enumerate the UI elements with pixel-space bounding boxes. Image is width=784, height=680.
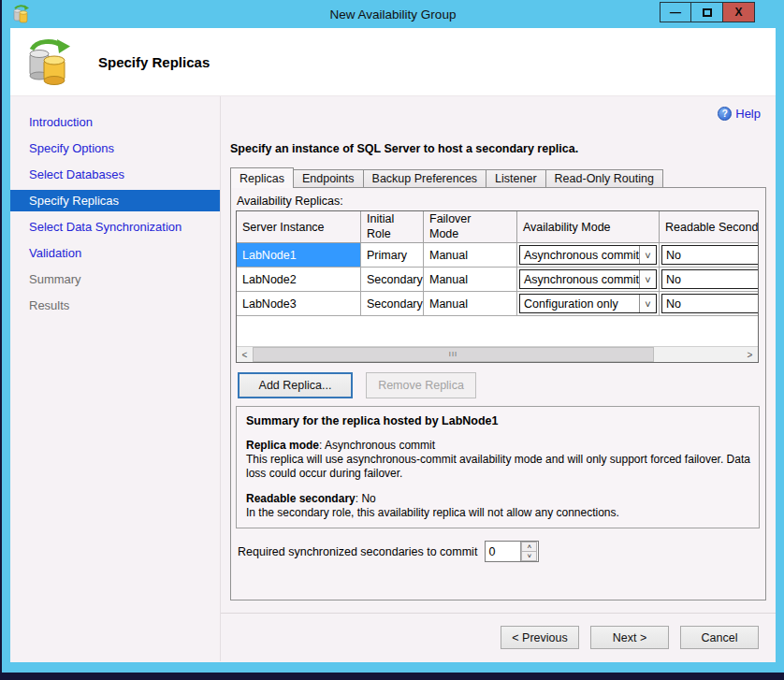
tab-read-only-routing[interactable]: Read-Only Routing [545,169,663,187]
scroll-right-icon[interactable]: > [742,347,758,362]
next-button[interactable]: Next > [590,626,669,649]
replica-summary-panel: Summary for the replica hosted by LabNod… [236,406,760,528]
required-secondaries-label: Required synchronized secondaries to com… [238,545,477,558]
horizontal-scrollbar[interactable]: < III > [237,346,758,362]
cell-failover-mode: Manual [424,268,517,292]
add-replica-button[interactable]: Add Replica... [238,372,353,398]
scroll-left-icon[interactable]: < [237,347,253,362]
instruction-text: Specify an instance of SQL Server to hos… [230,142,766,155]
cell-initial-role: Primary [361,243,424,268]
replicas-grid: Server Instance Initial Role Failover Mo… [236,210,759,363]
maximize-icon [703,8,712,17]
column-header-server-instance[interactable]: Server Instance [237,211,361,243]
footer-bar: < Previous Next > Cancel [221,613,776,661]
wizard-steps-sidebar: Introduction Specify Options Select Data… [10,96,221,661]
cell-availability-mode: Configuration only ˅ [517,292,660,316]
availability-mode-dropdown[interactable]: Asynchronous commit ˅ [519,245,657,265]
sidebar-item-specify-replicas[interactable]: Specify Replicas [10,190,220,211]
availability-replicas-label: Availability Replicas: [237,195,760,208]
column-header-readable-secondary[interactable]: Readable Secondary [660,211,759,243]
cell-availability-mode: Asynchronous commit ˅ [517,268,660,292]
cell-initial-role: Secondary [361,268,424,292]
cell-server-instance[interactable]: LabNode1 [237,243,361,268]
replica-mode-label: Replica mode [246,439,319,452]
chevron-down-icon[interactable]: ˅ [639,246,656,264]
scrollbar-track[interactable]: III [253,347,742,362]
sidebar-item-summary: Summary [10,267,220,293]
tab-backup-preferences[interactable]: Backup Preferences [363,169,487,187]
availability-mode-dropdown[interactable]: Configuration only ˅ [519,294,657,313]
readable-secondary-label: Readable secondary [246,492,356,505]
table-row[interactable]: LabNode2 Secondary Manual Asynchronous c… [237,268,758,292]
cell-initial-role: Secondary [361,292,424,316]
sidebar-item-specify-options[interactable]: Specify Options [10,136,220,162]
spin-down-icon[interactable]: ˅ [521,551,537,561]
spin-up-icon[interactable]: ˄ [521,542,537,551]
grid-header-row: Server Instance Initial Role Failover Mo… [237,211,758,243]
column-header-failover-mode[interactable]: Failover Mode [424,211,517,243]
readable-secondary-value: : No [356,492,376,505]
wizard-header: Specify Replicas [10,28,776,96]
sidebar-item-validation[interactable]: Validation [10,240,220,267]
minimize-button[interactable]: — [660,2,691,22]
replica-mode-description: This replica will use asynchronous-commi… [246,453,751,481]
cell-availability-mode: Asynchronous commit ˅ [517,243,660,268]
column-header-initial-role[interactable]: Initial Role [361,211,424,243]
cell-failover-mode: Manual [424,292,517,316]
cancel-button[interactable]: Cancel [680,626,759,649]
tab-endpoints[interactable]: Endpoints [293,169,364,187]
summary-title: Summary for the replica hosted by LabNod… [246,414,749,427]
sidebar-item-select-databases[interactable]: Select Databases [10,162,220,188]
tab-replicas[interactable]: Replicas [230,167,294,188]
wizard-window: New Availability Group — X Specif [2,0,784,673]
required-secondaries-spinner[interactable]: ˄ ˅ [485,541,539,562]
grid-empty-area [237,316,758,346]
tab-listener[interactable]: Listener [486,169,545,187]
page-title: Specify Replicas [98,54,210,70]
spinner-input[interactable] [486,542,520,561]
readable-secondary-dropdown[interactable]: No [661,245,759,265]
replicas-tab-panel: Availability Replicas: Server Instance I… [230,187,766,600]
chevron-down-icon[interactable]: ˅ [639,270,656,288]
titlebar[interactable]: New Availability Group — X [10,0,776,28]
cell-readable-secondary: No [660,243,759,268]
close-button[interactable]: X [723,2,755,22]
replica-database-icon [23,37,72,86]
scrollbar-thumb[interactable]: III [253,347,654,362]
cell-readable-secondary: No [660,292,759,316]
column-header-availability-mode[interactable]: Availability Mode [517,211,660,243]
scrollbar-grip-icon: III [449,351,457,358]
cell-server-instance[interactable]: LabNode3 [237,292,361,316]
minimize-icon: — [670,6,681,19]
availability-mode-dropdown[interactable]: Asynchronous commit ˅ [519,269,657,289]
cell-failover-mode: Manual [424,243,517,268]
table-row[interactable]: LabNode3 Secondary Manual Configuration … [237,292,758,316]
maximize-button[interactable] [691,2,723,22]
table-row[interactable]: LabNode1 Primary Manual Asynchronous com… [237,243,758,268]
readable-secondary-dropdown[interactable]: No [661,269,759,289]
cell-readable-secondary: No [660,268,759,292]
close-icon: X [734,6,742,19]
cell-server-instance[interactable]: LabNode2 [237,268,361,292]
previous-button[interactable]: < Previous [501,626,579,649]
sidebar-item-introduction[interactable]: Introduction [10,109,220,136]
chevron-down-icon[interactable]: ˅ [639,295,656,312]
sidebar-item-results: Results [10,293,220,319]
replica-mode-value: : Asynchronous commit [319,439,435,452]
help-link[interactable]: Help [735,107,761,121]
readable-secondary-dropdown[interactable]: No [661,294,759,313]
tab-strip: Replicas Endpoints Backup Preferences Li… [230,166,766,187]
readable-secondary-description: In the secondary role, this availability… [246,506,751,520]
sidebar-item-select-data-synchronization[interactable]: Select Data Synchronization [10,214,220,240]
remove-replica-button: Remove Replica [366,372,476,398]
help-icon: ? [718,107,732,121]
